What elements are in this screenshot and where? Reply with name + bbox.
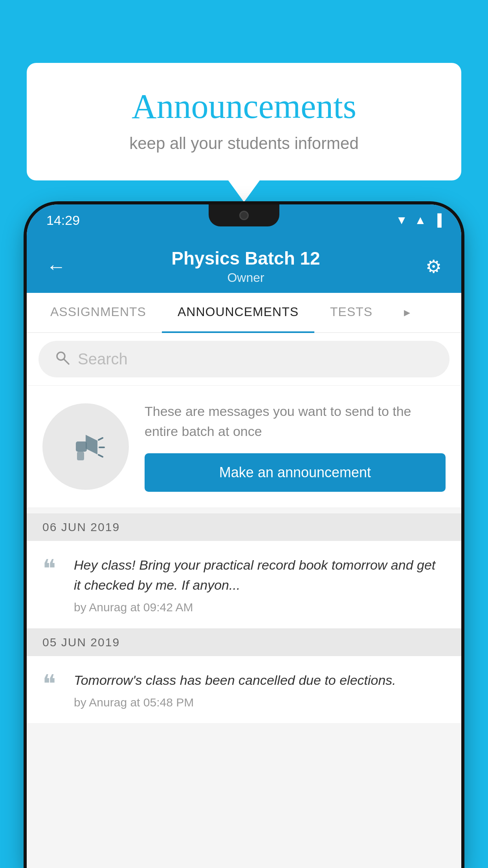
search-placeholder: Search	[78, 350, 128, 368]
announcement-message-1: Hey class! Bring your practical record b…	[74, 555, 446, 595]
batch-role: Owner	[66, 270, 426, 285]
phone-wrapper: 14:29 ▼ ▲ ▐ ← Physics Batch 12 Owner ⚙	[27, 204, 461, 868]
speech-bubble-title: Announcements	[58, 86, 430, 126]
promo-content: These are messages you want to send to t…	[145, 401, 446, 492]
speech-bubble: Announcements keep all your students inf…	[27, 63, 461, 180]
tab-tests[interactable]: TESTS	[314, 293, 388, 333]
speech-bubble-subtitle: keep all your students informed	[58, 134, 430, 153]
tab-announcements[interactable]: ANNOUNCEMENTS	[162, 293, 314, 333]
date-divider-2: 05 JUN 2019	[27, 629, 461, 656]
signal-icon: ▲	[415, 213, 426, 227]
make-announcement-button[interactable]: Make an announcement	[145, 453, 446, 492]
search-icon	[54, 349, 70, 369]
announcement-text-1: Hey class! Bring your practical record b…	[74, 555, 446, 614]
notch	[209, 204, 279, 226]
announcement-meta-2: by Anurag at 05:48 PM	[74, 696, 446, 709]
svg-rect-4	[77, 452, 84, 460]
svg-line-7	[99, 455, 103, 457]
wifi-icon: ▼	[396, 213, 407, 227]
phone-content: Search	[27, 333, 461, 868]
settings-button[interactable]: ⚙	[426, 256, 442, 277]
notch-camera	[239, 211, 249, 220]
search-bar[interactable]: Search	[39, 341, 449, 377]
tab-more[interactable]: ▸	[388, 293, 426, 333]
back-button[interactable]: ←	[46, 257, 66, 276]
announcement-item-1[interactable]: ❝ Hey class! Bring your practical record…	[27, 541, 461, 629]
speech-bubble-arrow	[228, 180, 260, 202]
announcement-promo: These are messages you want to send to t…	[27, 386, 461, 508]
svg-marker-2	[86, 435, 97, 454]
status-time: 14:29	[46, 213, 80, 228]
date-label-1: 06 JUN 2019	[42, 520, 120, 534]
batch-title: Physics Batch 12	[66, 248, 426, 269]
date-divider-1: 06 JUN 2019	[27, 513, 461, 541]
status-icons: ▼ ▲ ▐	[396, 213, 442, 227]
promo-icon-circle	[42, 403, 129, 490]
svg-line-1	[64, 359, 69, 364]
app-header: ← Physics Batch 12 Owner ⚙	[27, 236, 461, 293]
announcement-item-2[interactable]: ❝ Tomorrow's class has been cancelled du…	[27, 656, 461, 724]
quote-icon-1: ❝	[42, 557, 62, 614]
quote-icon-2: ❝	[42, 672, 62, 709]
tabs-bar: ASSIGNMENTS ANNOUNCEMENTS TESTS ▸	[27, 293, 461, 333]
date-label-2: 05 JUN 2019	[42, 636, 120, 649]
svg-rect-3	[76, 441, 87, 452]
more-icon: ▸	[404, 305, 411, 319]
header-title-area: Physics Batch 12 Owner	[66, 248, 426, 285]
phone-inner: 14:29 ▼ ▲ ▐ ← Physics Batch 12 Owner ⚙	[27, 204, 461, 868]
svg-line-5	[99, 438, 103, 440]
tab-assignments[interactable]: ASSIGNMENTS	[35, 293, 162, 333]
battery-icon: ▐	[433, 213, 442, 227]
phone-frame: 14:29 ▼ ▲ ▐ ← Physics Batch 12 Owner ⚙	[27, 204, 461, 868]
announcement-meta-1: by Anurag at 09:42 AM	[74, 601, 446, 614]
announcement-text-2: Tomorrow's class has been cancelled due …	[74, 670, 446, 709]
speech-bubble-container: Announcements keep all your students inf…	[27, 63, 461, 202]
status-bar: 14:29 ▼ ▲ ▐	[27, 204, 461, 236]
announcement-message-2: Tomorrow's class has been cancelled due …	[74, 670, 446, 690]
search-bar-wrapper: Search	[27, 333, 461, 386]
promo-description: These are messages you want to send to t…	[145, 401, 446, 441]
